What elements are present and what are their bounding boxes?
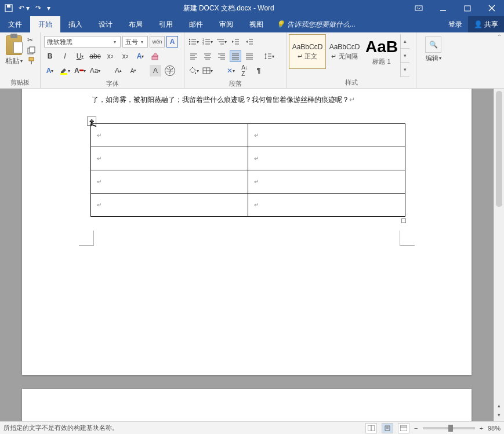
maximize-icon[interactable] (455, 0, 480, 16)
scroll-down-icon[interactable]: ▾ (401, 49, 409, 63)
char-shading-icon[interactable]: A (150, 65, 161, 76)
qat-customize-icon[interactable]: ▾ (47, 4, 50, 12)
scroll-up-icon[interactable]: ▴ (494, 403, 504, 412)
sort-icon[interactable]: A↓Z (239, 65, 251, 76)
minimize-icon[interactable] (431, 0, 455, 16)
asian-layout-icon[interactable]: ✕▾ (225, 65, 237, 76)
page-2[interactable]: ↵ (22, 389, 472, 421)
tab-view[interactable]: 视图 (241, 16, 271, 32)
table-cell[interactable]: ↵ (91, 170, 248, 194)
styles-expand-icon[interactable]: ▾ (401, 63, 409, 77)
zoom-slider[interactable] (423, 427, 475, 429)
borders-icon[interactable]: ▾ (202, 65, 213, 76)
redo-icon[interactable]: ↷ (35, 4, 41, 12)
tab-design[interactable]: 设计 (90, 16, 121, 32)
format-painter-icon[interactable] (27, 57, 35, 65)
table-row[interactable]: ↵↵ (91, 147, 405, 170)
tab-references[interactable]: 引用 (151, 16, 181, 32)
show-marks-icon[interactable]: ¶ (253, 65, 264, 76)
scrollbar-thumb[interactable] (496, 91, 502, 207)
undo-icon[interactable]: ↶ ▾ (19, 4, 30, 12)
numbering-icon[interactable]: 123▾ (202, 36, 213, 48)
style-normal[interactable]: AaBbCcD ↵ 正文 (289, 34, 326, 69)
bullets-icon[interactable]: ▾ (188, 36, 200, 48)
read-mode-icon[interactable] (365, 423, 377, 433)
save-icon[interactable] (5, 4, 13, 12)
table-cell[interactable]: ↵ (248, 194, 405, 217)
cut-icon[interactable]: ✂ (27, 36, 35, 44)
styles-scrollbar[interactable]: ▴ ▾ ▾ (400, 34, 409, 77)
align-distributed-icon[interactable] (244, 50, 255, 62)
text-effects-icon[interactable]: A▾ (135, 50, 146, 62)
table-row[interactable]: ↵↵ (91, 194, 405, 217)
tab-insert[interactable]: 插入 (60, 16, 90, 32)
shading-icon[interactable]: ▾ (188, 65, 200, 76)
scroll-down-icon[interactable]: ▾ (494, 412, 504, 421)
italic-button[interactable]: I (59, 50, 71, 62)
table-cell[interactable]: ↵ (248, 147, 405, 170)
shrink-font-icon[interactable]: A▾ (128, 65, 139, 76)
highlight-icon[interactable]: ▾ (59, 65, 71, 76)
find-icon[interactable]: 🔍 (425, 37, 441, 53)
tell-me-box[interactable]: 💡 告诉我您想要做什么... (271, 20, 443, 30)
subscript-button[interactable]: x2 (104, 50, 116, 62)
table-row[interactable]: ↵↵ (91, 124, 405, 147)
char-spacing-icon[interactable]: Aa▾ (89, 65, 101, 76)
zoom-out-icon[interactable]: − (414, 425, 418, 432)
collapse-ribbon-icon[interactable]: ⌃ (497, 34, 502, 40)
char-border-icon[interactable]: A (166, 36, 178, 48)
document-table[interactable]: ↵↵ ↵↵ ↵↵ ↵↵ (90, 123, 405, 217)
editing-label[interactable]: 编辑▾ (426, 54, 441, 63)
align-left-icon[interactable] (188, 50, 200, 62)
grow-font-icon[interactable]: A▴ (113, 65, 124, 76)
share-button[interactable]: 👤 共享 (468, 16, 504, 32)
align-center-icon[interactable] (202, 50, 213, 62)
font-name-combo[interactable]: 微软雅黑▾ (44, 36, 121, 48)
table-resize-handle-icon[interactable] (401, 218, 406, 223)
vertical-scrollbar[interactable]: ▴ ▾ (494, 89, 504, 421)
text-effects-A-icon[interactable]: A▾ (44, 65, 56, 76)
align-justify-icon[interactable] (230, 50, 241, 62)
login-link[interactable]: 登录 (443, 20, 468, 30)
enclose-char-icon[interactable]: 字 (165, 65, 175, 76)
zoom-label[interactable]: 98% (488, 425, 501, 432)
superscript-button[interactable]: x2 (119, 50, 131, 62)
table-row[interactable]: ↵↵ (91, 170, 405, 194)
table-cell[interactable]: ↵ (248, 124, 405, 147)
copy-icon[interactable] (27, 46, 35, 54)
style-nospacing[interactable]: AaBbCcD ↵ 无间隔 (326, 34, 363, 69)
align-right-icon[interactable] (216, 50, 227, 62)
paste-button[interactable]: 粘贴▾ (2, 34, 26, 77)
style-heading1[interactable]: AaB 标题 1 (363, 34, 400, 69)
tab-mail[interactable]: 邮件 (181, 16, 211, 32)
page-1[interactable]: 了，如薄雾，被初阳蒸融了；我留着些什么痕迹呢？我何曾留着像游丝样的痕迹呢？↵ ✥… (22, 89, 472, 375)
decrease-indent-icon[interactable] (230, 36, 241, 48)
bold-button[interactable]: B (44, 50, 56, 62)
paragraph-text[interactable]: 了，如薄雾，被初阳蒸融了；我留着些什么痕迹呢？我何曾留着像游丝样的痕迹呢？↵ (22, 89, 472, 105)
web-layout-icon[interactable] (398, 423, 409, 433)
underline-button[interactable]: U▾ (74, 50, 86, 62)
tab-review[interactable]: 审阅 (211, 16, 241, 32)
line-spacing-icon[interactable]: ▾ (263, 50, 275, 62)
close-icon[interactable] (480, 0, 504, 16)
scroll-up-icon[interactable]: ▴ (401, 34, 409, 49)
print-layout-icon[interactable] (382, 423, 393, 433)
tab-layout[interactable]: 布局 (121, 16, 151, 32)
multilevel-list-icon[interactable]: ▾ (216, 36, 227, 48)
table-cell[interactable]: ↵ (91, 194, 248, 217)
increase-indent-icon[interactable] (244, 36, 255, 48)
document-canvas[interactable]: 了，如薄雾，被初阳蒸融了；我留着些什么痕迹呢？我何曾留着像游丝样的痕迹呢？↵ ✥… (0, 89, 494, 421)
ribbon-options-icon[interactable] (407, 0, 431, 16)
zoom-in-icon[interactable]: + (480, 425, 483, 432)
font-size-combo[interactable]: 五号▾ (122, 36, 148, 48)
table-cell[interactable]: ↵ (91, 124, 248, 147)
zoom-thumb[interactable] (448, 425, 453, 432)
phonetic-guide-icon[interactable]: wén (150, 36, 165, 48)
clear-formatting-icon[interactable] (150, 50, 161, 62)
table-cell[interactable]: ↵ (91, 147, 248, 170)
tab-file[interactable]: 文件 (0, 16, 30, 32)
table-cell[interactable]: ↵ (248, 170, 405, 194)
strikethrough-button[interactable]: abc (89, 50, 101, 62)
font-color-icon[interactable]: A▾ (74, 65, 86, 76)
tab-home[interactable]: 开始 (30, 16, 60, 32)
